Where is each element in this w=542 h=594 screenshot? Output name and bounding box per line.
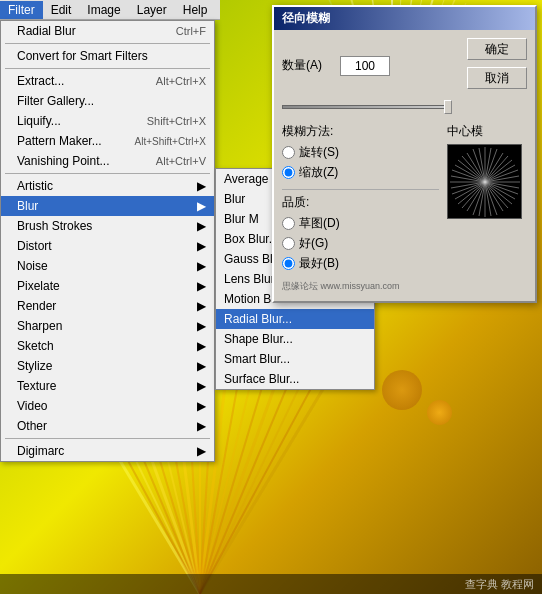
quality-best-label: 最好(B) xyxy=(299,255,339,272)
center-blur-label: 中心模 xyxy=(447,123,527,140)
menubar-help[interactable]: Help xyxy=(175,1,216,19)
amount-slider-track xyxy=(282,105,452,109)
menu-item-radial-blur-top[interactable]: Radial Blur Ctrl+F xyxy=(1,21,214,41)
menu-item-other[interactable]: Other ▶ xyxy=(1,416,214,436)
menu-item-video[interactable]: Video ▶ xyxy=(1,396,214,416)
radial-blur-dialog: 径向模糊 数量(A) 确定 取消 模糊方法: xyxy=(272,5,537,303)
menu-item-pattern-maker[interactable]: Pattern Maker... Alt+Shift+Ctrl+X xyxy=(1,131,214,151)
cancel-button[interactable]: 取消 xyxy=(467,67,527,89)
separator-2 xyxy=(5,68,210,69)
menubar: Filter Edit Image Layer Help xyxy=(0,0,220,20)
menu-item-brush-strokes[interactable]: Brush Strokes ▶ xyxy=(1,216,214,236)
separator-3 xyxy=(5,173,210,174)
quality-radio-group: 草图(D) 好(G) 最好(B) xyxy=(282,215,439,272)
quality-good-label: 好(G) xyxy=(299,235,328,252)
dialog-right-column: 中心模 xyxy=(447,123,527,293)
blur-submenu-item-shape[interactable]: Shape Blur... xyxy=(216,329,374,349)
quality-best-radio[interactable] xyxy=(282,257,295,270)
filter-dropdown: Radial Blur Ctrl+F Convert for Smart Fil… xyxy=(0,20,215,462)
separator-4 xyxy=(5,438,210,439)
quality-good-option[interactable]: 好(G) xyxy=(282,235,439,252)
quality-best-option[interactable]: 最好(B) xyxy=(282,255,439,272)
slider-row xyxy=(282,99,527,115)
decorative-circle-small xyxy=(427,400,452,425)
dialog-titlebar: 径向模糊 xyxy=(274,7,535,30)
dialog-body: 数量(A) 确定 取消 模糊方法: 旋转(S) xyxy=(274,30,535,301)
method-rotate-radio[interactable] xyxy=(282,146,295,159)
amount-slider-container xyxy=(282,99,452,115)
dialog-columns: 模糊方法: 旋转(S) 缩放(Z) 品质: xyxy=(282,123,527,293)
menu-item-sketch[interactable]: Sketch ▶ xyxy=(1,336,214,356)
menu-item-convert[interactable]: Convert for Smart Filters xyxy=(1,46,214,66)
menu-item-render[interactable]: Render ▶ xyxy=(1,296,214,316)
bottom-watermark-text: 查字典 教程网 xyxy=(465,577,534,592)
amount-row: 数量(A) 确定 取消 xyxy=(282,38,527,93)
menu-item-distort[interactable]: Distort ▶ xyxy=(1,236,214,256)
menu-item-digimarc[interactable]: Digimarc ▶ xyxy=(1,441,214,461)
preview-svg xyxy=(450,147,520,217)
method-rotate-option[interactable]: 旋转(S) xyxy=(282,144,439,161)
menubar-layer[interactable]: Layer xyxy=(129,1,175,19)
dialog-left-column: 模糊方法: 旋转(S) 缩放(Z) 品质: xyxy=(282,123,439,293)
preview-box[interactable] xyxy=(447,144,522,219)
menu-item-artistic[interactable]: Artistic ▶ xyxy=(1,176,214,196)
method-label: 模糊方法: xyxy=(282,123,439,140)
amount-slider-thumb[interactable] xyxy=(444,100,452,114)
method-zoom-label: 缩放(Z) xyxy=(299,164,338,181)
bottom-bar: 查字典 教程网 xyxy=(0,574,542,594)
quality-label: 品质: xyxy=(282,194,439,211)
method-rotate-label: 旋转(S) xyxy=(299,144,339,161)
blur-submenu-item-radial[interactable]: Radial Blur... xyxy=(216,309,374,329)
separator-1 xyxy=(5,43,210,44)
blur-submenu-item-surface[interactable]: Surface Blur... xyxy=(216,369,374,389)
menu-item-noise[interactable]: Noise ▶ xyxy=(1,256,214,276)
menubar-edit[interactable]: Edit xyxy=(43,1,80,19)
method-zoom-radio[interactable] xyxy=(282,166,295,179)
menu-item-blur[interactable]: Blur ▶ xyxy=(1,196,214,216)
menu-item-extract[interactable]: Extract... Alt+Ctrl+X xyxy=(1,71,214,91)
quality-draft-radio[interactable] xyxy=(282,217,295,230)
ok-button[interactable]: 确定 xyxy=(467,38,527,60)
blur-submenu-item-smart[interactable]: Smart Blur... xyxy=(216,349,374,369)
menu-item-liquify[interactable]: Liquify... Shift+Ctrl+X xyxy=(1,111,214,131)
quality-good-radio[interactable] xyxy=(282,237,295,250)
menu-item-vanishing-point[interactable]: Vanishing Point... Alt+Ctrl+V xyxy=(1,151,214,171)
divider-1 xyxy=(282,189,439,190)
menu-item-pixelate[interactable]: Pixelate ▶ xyxy=(1,276,214,296)
dialog-watermark: 思缘论坛 www.missyuan.com xyxy=(282,280,439,293)
dialog-title: 径向模糊 xyxy=(282,10,330,27)
method-zoom-option[interactable]: 缩放(Z) xyxy=(282,164,439,181)
menubar-filter[interactable]: Filter xyxy=(0,1,43,19)
amount-label: 数量(A) xyxy=(282,57,332,74)
method-radio-group: 旋转(S) 缩放(Z) xyxy=(282,144,439,181)
amount-input[interactable] xyxy=(340,56,390,76)
menu-item-sharpen[interactable]: Sharpen ▶ xyxy=(1,316,214,336)
decorative-circle-orange xyxy=(382,370,422,410)
menu-item-stylize[interactable]: Stylize ▶ xyxy=(1,356,214,376)
menu-item-filter-gallery[interactable]: Filter Gallery... xyxy=(1,91,214,111)
quality-draft-option[interactable]: 草图(D) xyxy=(282,215,439,232)
menubar-image[interactable]: Image xyxy=(79,1,128,19)
menu-item-texture[interactable]: Texture ▶ xyxy=(1,376,214,396)
quality-draft-label: 草图(D) xyxy=(299,215,340,232)
